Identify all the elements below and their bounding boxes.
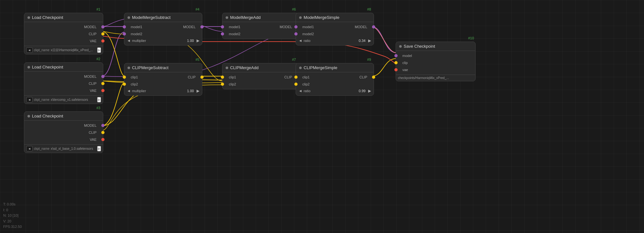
node-5-clip1-label: clip1: [128, 75, 141, 79]
node-2-vae-port[interactable]: [101, 89, 105, 92]
node-1-model-port[interactable]: [101, 25, 105, 28]
node-7-clip2-label: clip2: [226, 82, 239, 86]
node-10-model-label: model: [399, 54, 415, 58]
node-10-clip-label: clip: [399, 61, 411, 65]
node-1-vae-label: VAE: [87, 39, 100, 43]
node-7-clip-out-label: CLIP: [281, 75, 295, 79]
node-6-title: ModelMergeAdd: [230, 15, 260, 20]
node-2-clip-port[interactable]: [101, 82, 105, 85]
node-2-id: #2: [97, 57, 100, 61]
node-1-ckpt-btn[interactable]: ◄: [26, 47, 33, 53]
node-6-body: model1 MODEL model2: [222, 22, 299, 39]
node-10-clip-port[interactable]: [394, 61, 398, 64]
node-8-header: ModelMergeSimple: [296, 13, 374, 22]
node-5-title: CLIPMergeSubtract: [132, 65, 168, 70]
status-FPS: FPS:312.50: [3, 224, 22, 230]
status-T: T: 0.00s: [3, 202, 22, 207]
node-4-slider-label: multiplier: [132, 39, 184, 43]
node-3-body: MODEL CLIP VAE: [24, 121, 103, 144]
node-6-model2-port[interactable]: [221, 32, 224, 36]
node-2-title: Load Checkpoint: [32, 65, 63, 69]
node-2-clip-label: CLIP: [86, 82, 100, 85]
node-2-vae-label: VAE: [87, 89, 100, 92]
node-8-slider-right[interactable]: ▶: [368, 38, 371, 43]
node-2-model-port[interactable]: [101, 75, 105, 78]
node-2-footer: ◄ ckpt_name x\itercomp_v1.safetensors ▶: [24, 95, 103, 104]
node-9-clip-out-port[interactable]: [372, 76, 375, 79]
node-2-ckpt-btn[interactable]: ◄: [26, 97, 33, 102]
node-10-body: model clip vae: [396, 51, 475, 75]
node-9-slider-left[interactable]: ◄: [299, 89, 302, 93]
node-4-model1-port[interactable]: [123, 25, 126, 28]
node-4-model1-label: model1: [128, 25, 145, 29]
node-10-vae-port[interactable]: [394, 68, 398, 71]
node-3-ckpt-value: x\sd_xl_base_1.0.safetensors: [51, 147, 96, 150]
node-5-clip-out-port[interactable]: [200, 76, 204, 79]
node-10-filename-value: checkpoints/HarmoniqMix_vPred_...: [398, 76, 473, 80]
node-3-vae-port[interactable]: [101, 138, 105, 141]
node-3-clip-port[interactable]: [101, 131, 105, 134]
node-8-slider-label: ratio: [304, 39, 356, 43]
node-10-model-port[interactable]: [394, 54, 398, 57]
node-7-clip1-port[interactable]: [221, 76, 224, 79]
node-4-slider-left[interactable]: ◄: [127, 38, 131, 43]
node-4-model-out-port[interactable]: [200, 25, 204, 28]
node-6-model1-port[interactable]: [221, 25, 224, 28]
node-6: #6 ModelMergeAdd model1 MODEL model2: [222, 13, 299, 39]
node-4-slider-value: 1.00: [186, 39, 195, 43]
node-8-model-out-port[interactable]: [372, 25, 375, 28]
node-10: #10 Save Checkpoint model clip: [396, 42, 476, 81]
node-5-clip1-port[interactable]: [123, 76, 126, 79]
node-1-clip-port[interactable]: [101, 32, 105, 36]
node-10-title: Save Checkpoint: [404, 44, 435, 49]
node-9-slider-right[interactable]: ▶: [368, 89, 371, 93]
node-8-slider-value: 0.34: [357, 39, 367, 43]
node-1-header: Load Checkpoint: [24, 13, 103, 22]
node-5-slider-right[interactable]: ▶: [197, 89, 199, 93]
node-8-model-out-label: MODEL: [352, 25, 370, 29]
node-7-clip2-port[interactable]: [221, 83, 224, 86]
node-3-ckpt-btn[interactable]: ◄: [26, 146, 33, 151]
node-4-model2-port[interactable]: [123, 32, 126, 36]
node-9-clip1-label: clip1: [299, 75, 313, 79]
node-6-header: ModelMergeAdd: [222, 13, 299, 22]
node-4-header: ModelMergeSubtract: [124, 13, 202, 22]
node-1: #1 Load Checkpoint MODEL CLIP: [24, 13, 103, 54]
node-1-vae-port[interactable]: [101, 39, 105, 43]
node-8-id: #8: [367, 7, 371, 11]
node-8-title: ModelMergeSimple: [304, 15, 339, 20]
node-8-model2-label: model2: [299, 32, 317, 36]
node-10-id: #10: [468, 36, 474, 40]
node-9-slider-label: ratio: [304, 89, 356, 93]
node-8-slider-left[interactable]: ◄: [299, 38, 302, 43]
node-9-clip2-port[interactable]: [294, 83, 298, 86]
node-8-model2-port[interactable]: [294, 32, 298, 36]
node-3: #3 Load Checkpoint MODEL CLIP: [24, 111, 103, 153]
node-5-clip2-label: clip2: [128, 82, 141, 86]
status-bar: T: 0.00s I: 0 N: 10 [10] V: 20 FPS:312.5…: [3, 202, 22, 230]
node-5-id: #5: [196, 58, 199, 61]
node-5-clip2-port[interactable]: [123, 83, 126, 86]
node-5-slider-left[interactable]: ◄: [127, 89, 131, 93]
node-2-ckpt-arrow[interactable]: ▶: [97, 97, 101, 102]
node-7-clip1-label: clip1: [226, 75, 239, 79]
node-4-slider-row: ◄ multiplier 1.00 ▶: [124, 37, 202, 44]
node-7-body: clip1 CLIP clip2: [222, 72, 299, 89]
node-1-status-dot: [27, 16, 30, 19]
node-1-ckpt-arrow[interactable]: ▶: [97, 47, 101, 53]
node-8-body: model1 MODEL model2 ◄ ratio 0.34 ▶: [296, 22, 374, 45]
node-3-model-port[interactable]: [101, 124, 105, 127]
node-9-id: #9: [367, 58, 371, 61]
node-1-ckpt-value: x日目\HarmoniqMix_vPred_...: [51, 48, 96, 52]
node-7-title: CLIPMergeAdd: [230, 65, 259, 70]
node-9: #9 CLIPMergeSimple clip1 CLIP clip2: [296, 63, 374, 96]
node-7-id: #7: [292, 58, 296, 61]
node-8: #8 ModelMergeSimple model1 MODEL model: [296, 13, 374, 45]
node-9-clip1-port[interactable]: [294, 76, 298, 79]
node-8-model1-port[interactable]: [294, 25, 298, 28]
node-4-slider-right[interactable]: ▶: [197, 38, 199, 43]
node-3-model-label: MODEL: [81, 124, 100, 127]
node-4-body: model1 MODEL model2 ◄ multiplier 1.00 ▶: [124, 22, 202, 45]
node-10-footer: checkpoints/HarmoniqMix_vPred_...: [396, 75, 475, 81]
node-3-ckpt-arrow[interactable]: ▶: [97, 146, 101, 151]
